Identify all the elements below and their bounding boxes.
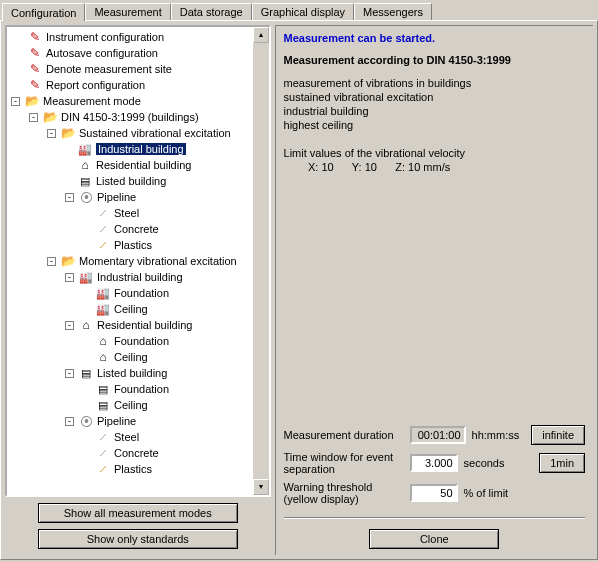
tree-item[interactable]: Listed building <box>97 367 167 379</box>
infinite-button[interactable]: infinite <box>531 425 585 445</box>
house-icon: ⌂ <box>78 318 94 332</box>
collapse-toggle[interactable]: - <box>65 273 74 282</box>
folder-icon: 📂 <box>24 94 40 108</box>
pencil-icon: ✎ <box>27 78 43 92</box>
tree-item[interactable]: Measurement mode <box>43 95 141 107</box>
tree-item[interactable]: DIN 4150-3:1999 (buildings) <box>61 111 199 123</box>
industrial-icon: 🏭 <box>95 287 111 300</box>
duration-unit: hh:mm:ss <box>472 429 520 441</box>
timewindow-input[interactable] <box>410 454 458 472</box>
warning-input[interactable] <box>410 484 458 502</box>
duration-label: Measurement duration <box>284 429 404 441</box>
scrollbar-vertical[interactable]: ▴ ▾ <box>253 27 269 495</box>
show-only-standards-button[interactable]: Show only standards <box>38 529 238 549</box>
tree-item[interactable]: Sustained vibrational excitation <box>79 127 231 139</box>
tree-item[interactable]: Momentary vibrational excitation <box>79 255 237 267</box>
desc-line: measurement of vibrations in buildings <box>284 76 585 90</box>
listed-icon: ▤ <box>95 383 111 396</box>
tree-item[interactable]: Denote measurement site <box>46 63 172 75</box>
description-title: Measurement according to DIN 4150-3:1999 <box>284 54 585 66</box>
tree-item-selected[interactable]: Industrial building <box>96 143 186 155</box>
folder-icon: 📂 <box>42 110 58 124</box>
material-icon: ⟋ <box>95 430 111 444</box>
tree-item[interactable]: Steel <box>114 207 139 219</box>
tree-item[interactable]: Foundation <box>114 383 169 395</box>
duration-input[interactable] <box>410 426 466 444</box>
industrial-icon: 🏭 <box>77 143 93 156</box>
desc-line: industrial building <box>284 104 585 118</box>
pencil-icon: ✎ <box>27 62 43 76</box>
tree-item[interactable]: Concrete <box>114 447 159 459</box>
tree-view[interactable]: ✎Instrument configuration ✎Autosave conf… <box>5 25 271 497</box>
main-panel: ✎Instrument configuration ✎Autosave conf… <box>0 20 598 560</box>
scroll-down-icon[interactable]: ▾ <box>253 479 269 495</box>
pencil-icon: ✎ <box>27 30 43 44</box>
tab-data-storage[interactable]: Data storage <box>171 3 252 20</box>
pipeline-icon: ⦿ <box>78 414 94 429</box>
house-icon: ⌂ <box>95 350 111 364</box>
house-icon: ⌂ <box>77 158 93 172</box>
timewindow-unit: seconds <box>464 457 505 469</box>
pencil-icon: ✎ <box>27 46 43 60</box>
folder-icon: 📂 <box>60 254 76 268</box>
tab-configuration[interactable]: Configuration <box>2 3 85 21</box>
status-line: Measurement can be started. <box>284 32 585 44</box>
industrial-icon: 🏭 <box>78 271 94 284</box>
listed-icon: ▤ <box>95 399 111 412</box>
tree-item[interactable]: Foundation <box>114 335 169 347</box>
collapse-toggle[interactable]: - <box>29 113 38 122</box>
tree-item[interactable]: Pipeline <box>97 191 136 203</box>
tree-item[interactable]: Concrete <box>114 223 159 235</box>
tab-graphical-display[interactable]: Graphical display <box>252 3 354 20</box>
collapse-toggle[interactable]: - <box>65 417 74 426</box>
left-column: ✎Instrument configuration ✎Autosave conf… <box>5 25 271 555</box>
listed-icon: ▤ <box>77 175 93 188</box>
description-body: measurement of vibrations in buildings s… <box>284 76 585 174</box>
listed-icon: ▤ <box>78 367 94 380</box>
onemin-button[interactable]: 1min <box>539 453 585 473</box>
tree-item[interactable]: Residential building <box>96 159 191 171</box>
tab-messengers[interactable]: Messengers <box>354 3 432 20</box>
tree-item[interactable]: Plastics <box>114 463 152 475</box>
tree-item[interactable]: Foundation <box>114 287 169 299</box>
tree-item[interactable]: Instrument configuration <box>46 31 164 43</box>
scroll-up-icon[interactable]: ▴ <box>253 27 269 43</box>
tree-item[interactable]: Listed building <box>96 175 166 187</box>
tree-item[interactable]: Ceiling <box>114 351 148 363</box>
tab-strip: Configuration Measurement Data storage G… <box>0 0 598 20</box>
tree-item[interactable]: Steel <box>114 431 139 443</box>
tree-item[interactable]: Ceiling <box>114 399 148 411</box>
tree-item[interactable]: Report configuration <box>46 79 145 91</box>
tree-item[interactable]: Plastics <box>114 239 152 251</box>
industrial-icon: 🏭 <box>95 303 111 316</box>
material-icon: ⟋ <box>95 446 111 460</box>
timewindow-label: Time window for event separation <box>284 451 404 475</box>
right-column: Measurement can be started. Measurement … <box>275 25 593 555</box>
collapse-toggle[interactable]: - <box>47 257 56 266</box>
tree-item[interactable]: Industrial building <box>97 271 183 283</box>
collapse-toggle[interactable]: - <box>47 129 56 138</box>
warning-unit: % of limit <box>464 487 509 499</box>
clone-button[interactable]: Clone <box>369 529 499 549</box>
collapse-toggle[interactable]: - <box>65 193 74 202</box>
tree-item[interactable]: Autosave configuration <box>46 47 158 59</box>
tree-item[interactable]: Ceiling <box>114 303 148 315</box>
collapse-toggle[interactable]: - <box>11 97 20 106</box>
tree-item[interactable]: Residential building <box>97 319 192 331</box>
house-icon: ⌂ <box>95 334 111 348</box>
limit-values: X: 10 Y: 10 Z: 10 mm/s <box>284 160 585 174</box>
warning-label: Warning threshold (yellow display) <box>284 481 404 505</box>
show-all-modes-button[interactable]: Show all measurement modes <box>38 503 238 523</box>
limit-label: Limit values of the vibrational velocity <box>284 146 585 160</box>
separator <box>284 517 585 519</box>
tab-measurement[interactable]: Measurement <box>85 3 170 20</box>
desc-line: sustained vibrational excitation <box>284 90 585 104</box>
material-icon: ⟋ <box>95 238 111 252</box>
collapse-toggle[interactable]: - <box>65 321 74 330</box>
material-icon: ⟋ <box>95 462 111 476</box>
material-icon: ⟋ <box>95 206 111 220</box>
material-icon: ⟋ <box>95 222 111 236</box>
tree-item[interactable]: Pipeline <box>97 415 136 427</box>
collapse-toggle[interactable]: - <box>65 369 74 378</box>
folder-icon: 📂 <box>60 126 76 140</box>
